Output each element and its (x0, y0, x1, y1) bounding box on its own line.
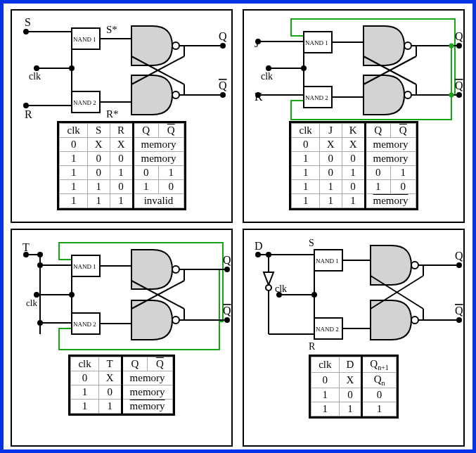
cell: 0 (110, 180, 133, 194)
svg-point-101 (457, 318, 461, 322)
t-qbar: Q (223, 305, 231, 317)
th: D (339, 357, 362, 373)
cell: 0 (87, 166, 110, 180)
svg-point-10 (172, 91, 179, 98)
svg-point-71 (34, 293, 39, 297)
svg-point-45 (457, 93, 461, 97)
cell: 1 (292, 152, 319, 166)
cell: 1 (159, 166, 184, 180)
d-input-d: D (255, 240, 263, 252)
cell: 0 (311, 373, 339, 388)
sr-sstar: S* (106, 24, 117, 35)
cell: 0 (362, 388, 396, 402)
svg-point-59 (172, 266, 179, 273)
jk-circuit: J K clk NAND 1 NAND 2 Q Q (244, 11, 463, 123)
cell: 1 (342, 194, 365, 208)
svg-point-46 (450, 44, 454, 48)
cell: 1 (319, 180, 342, 194)
cell: 0 (319, 152, 342, 166)
cell: X (87, 138, 110, 152)
sr-q: Q (219, 30, 227, 42)
cell: X (110, 138, 133, 152)
d-input-clk: clk (275, 283, 287, 294)
t-panel: T clk NAND 1 NAND 2 Q Q clk T Q Q 0Xmemo… (11, 229, 233, 447)
cell: 0 (71, 371, 98, 385)
t-truth-table: clk T Q Q 0Xmemory 10memory 11memory (70, 357, 172, 414)
cell: memory (122, 400, 172, 414)
sr-circuit: S R clk NAND 1 NAND 2 S* R* Q Q (12, 11, 231, 123)
cell: 1 (98, 400, 122, 414)
svg-point-17 (24, 30, 28, 34)
d-s: S (309, 238, 314, 248)
d-qbar: Q (455, 305, 463, 317)
cell: memory (122, 371, 172, 385)
sr-input-clk: clk (29, 71, 41, 82)
svg-point-97 (266, 253, 271, 257)
cell: 1 (87, 180, 110, 194)
th-clk: clk (60, 124, 87, 138)
cell: 1 (60, 166, 87, 180)
cell: 0 (342, 152, 365, 166)
th: Q (391, 124, 416, 138)
jk-qbar: Q (455, 79, 463, 91)
cell: memory (122, 385, 172, 400)
cell: 1 (71, 385, 98, 400)
th: K (342, 124, 365, 138)
cell: 1 (311, 402, 339, 416)
cell: 1 (292, 166, 319, 180)
d-truth-table: clk D Qn+1 0XQn 100 111 (311, 357, 397, 416)
cell: X (98, 371, 122, 385)
svg-point-68 (38, 253, 42, 257)
d-r: R (309, 341, 316, 352)
svg-point-19 (34, 66, 39, 70)
th: Q (365, 124, 391, 138)
sr-qbar: Q (219, 79, 227, 91)
svg-point-20 (70, 66, 74, 70)
d-nand2: NAND 2 (316, 326, 339, 333)
svg-point-33 (404, 91, 411, 98)
jk-input-clk: clk (261, 71, 273, 82)
th: clk (292, 124, 319, 138)
jk-panel: J K clk NAND 1 NAND 2 Q Q clk J K Q Q 0X… (243, 9, 465, 223)
cell: 1 (391, 166, 416, 180)
cell: X (342, 138, 365, 152)
svg-point-42 (266, 66, 271, 70)
th: clk (311, 357, 339, 373)
cell: 1 (71, 400, 98, 414)
svg-point-32 (404, 42, 411, 49)
cell: 0 (60, 138, 87, 152)
cell: 0 (133, 166, 159, 180)
cell: memory (365, 152, 416, 166)
cell: memory (365, 194, 416, 208)
cell: 1 (319, 194, 342, 208)
d-panel: D S R clk NAND 1 NAND 2 Q Q clk D Qn+1 0… (243, 229, 465, 447)
cell: 1 (133, 180, 159, 194)
flip-flop-diagrams: S R clk NAND 1 NAND 2 S* R* Q Q clk S R … (0, 0, 476, 453)
jk-nand1: NAND 1 (305, 39, 328, 46)
cell: 1 (362, 402, 396, 416)
sr-truth-table: clk S R Q Q 0XXmemory 100memory 10101 11… (59, 123, 184, 208)
t-nand2: NAND 2 (73, 321, 96, 328)
t-input-t: T (22, 241, 30, 253)
cell: 0 (365, 166, 391, 180)
cell: 1 (60, 152, 87, 166)
svg-point-72 (70, 293, 74, 297)
sr-rstar: R* (106, 108, 119, 120)
d-circuit: D S R clk NAND 1 NAND 2 Q Q (244, 230, 463, 357)
d-nand1: NAND 1 (316, 257, 339, 264)
t-q: Q (223, 254, 231, 266)
svg-point-70 (38, 321, 42, 325)
svg-point-21 (221, 44, 225, 48)
cell: 0 (292, 138, 319, 152)
th: Qn+1 (362, 357, 396, 373)
svg-point-96 (256, 253, 260, 257)
cell: 1 (60, 180, 87, 194)
th: clk (71, 357, 98, 371)
cell: 0 (339, 388, 362, 402)
nand1-label: NAND 1 (73, 36, 96, 43)
jk-nand2: NAND 2 (305, 94, 328, 101)
jk-input-j: J (255, 37, 259, 49)
cell: 1 (311, 388, 339, 402)
jk-input-k: K (255, 91, 263, 103)
svg-point-60 (172, 317, 179, 324)
